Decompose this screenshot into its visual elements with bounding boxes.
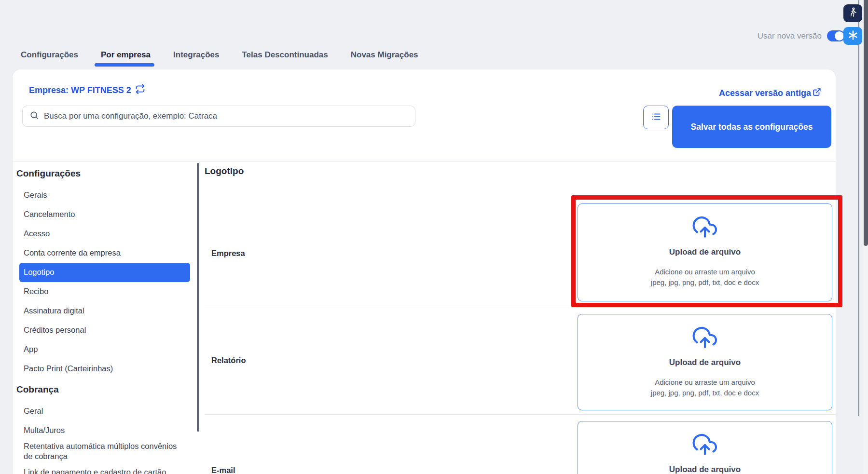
access-old-version-link[interactable]: Acessar versão antiga [719,88,821,99]
use-new-version-label: Usar nova versão [758,31,822,41]
upload-hint-line2: jpeg, jpg, png, pdf, txt, doc e docx [651,278,759,286]
sidebar-item-recibo[interactable]: Recibo [19,282,190,301]
settings-card: Empresa: WP FITNESS 2 Acessar versão ant… [12,69,836,474]
search-input[interactable] [44,111,408,121]
tab-configuracoes[interactable]: Configurações [21,50,78,66]
sidebar-item-creditos-personal[interactable]: Créditos personal [19,321,190,340]
row-label-e-mail: E-mail [211,466,235,474]
sidebar-item-cancelamento[interactable]: Cancelamento [19,205,190,224]
row-label-relatorio: Relatório [211,356,246,365]
save-all-settings-button[interactable]: Salvar todas as configurações [672,106,831,148]
company-label: Empresa: WP FITNESS 2 [29,85,131,95]
external-link-icon [813,88,821,99]
bulleted-list-icon [650,111,662,124]
old-version-label: Acessar versão antiga [719,88,811,98]
sidebar-item-retentativa-automatica-multiplos-convenios-de-cobranca[interactable]: Retentativa automática múltiplos convêni… [19,440,190,463]
sidebar-scrollbar-thumb[interactable] [197,163,199,432]
sidebar-item-pacto-print-carteirinhas[interactable]: Pacto Print (Carteirinhas) [19,359,190,379]
settings-sidebar: Configurações GeraisCancelamentoAcessoCo… [13,162,197,474]
search-icon [29,110,39,122]
upload-title: Upload de arquivo [669,358,741,367]
search-box [22,106,415,127]
tab-novas-migracoes[interactable]: Novas Migrações [351,50,418,66]
toggle-knob [835,31,844,41]
sidebar-item-logotipo[interactable]: Logotipo [19,263,190,282]
sidebar-section-title: Configurações [16,168,191,181]
row-divider [205,306,836,306]
sidebar-item-assinatura-digital[interactable]: Assinatura digital [19,301,190,321]
openai-logo-icon [847,29,859,43]
upload-hint-line2: jpeg, jpg, png, pdf, txt, doc e docx [651,389,759,397]
file-upload-dropzone[interactable]: Upload de arquivo Adicione ou arraste um… [578,421,832,474]
upload-hint-line1: Adicione ou arraste um arquivo [655,268,755,276]
sidebar-item-gerais[interactable]: Gerais [19,186,190,205]
tab-integracoes[interactable]: Integrações [173,50,219,66]
content-title: Logotipo [205,166,244,176]
chatgpt-extension-button[interactable] [843,27,862,45]
settings-page: Usar nova versão ConfiguraçõesPor empres… [0,0,868,474]
new-version-control: Usar nova versão [758,30,845,41]
row-divider [205,414,836,415]
swap-company-icon[interactable] [135,84,145,96]
sidebar-item-geral[interactable]: Geral [19,402,190,421]
file-upload-dropzone[interactable]: Upload de arquivo Adicione ou arraste um… [578,314,832,410]
new-version-toggle[interactable] [827,30,845,41]
row-label-empresa: Empresa [211,249,245,258]
tab-por-empresa[interactable]: Por empresa [101,50,151,66]
sidebar-item-conta-corrente-da-empresa[interactable]: Conta corrente da empresa [19,244,190,263]
cloud-upload-icon [691,433,719,459]
sidebar-item-link-de-pagamento-e-cadastro-de-cartao[interactable]: Link de pagamento e cadastro de cartão [19,463,190,474]
upload-title: Upload de arquivo [669,465,741,474]
tab-bar: ConfiguraçõesPor empresaIntegraçõesTelas… [21,50,418,66]
company-selector[interactable]: Empresa: WP FITNESS 2 [29,84,145,96]
file-upload-dropzone[interactable]: Upload de arquivo Adicione ou arraste um… [578,203,832,301]
sidebar-item-acesso[interactable]: Acesso [19,224,190,244]
cloud-upload-icon [691,326,719,352]
walking-person-extension-button[interactable] [843,4,862,22]
upload-title: Upload de arquivo [669,247,741,257]
upload-hint-line1: Adicione ou arraste um arquivo [655,378,755,386]
cloud-upload-icon [691,216,719,242]
tab-telas-descontinuadas[interactable]: Telas Descontinuadas [242,50,328,66]
walking-person-icon [848,7,858,20]
page-scrollbar-thumb[interactable] [858,0,859,416]
sidebar-section-title: Cobrança [16,384,191,397]
sidebar-item-app[interactable]: App [19,340,190,359]
list-view-button[interactable] [643,106,669,129]
browser-scrollbar-thumb[interactable] [864,0,868,246]
sidebar-item-multa-juros[interactable]: Multa/Juros [19,421,190,440]
